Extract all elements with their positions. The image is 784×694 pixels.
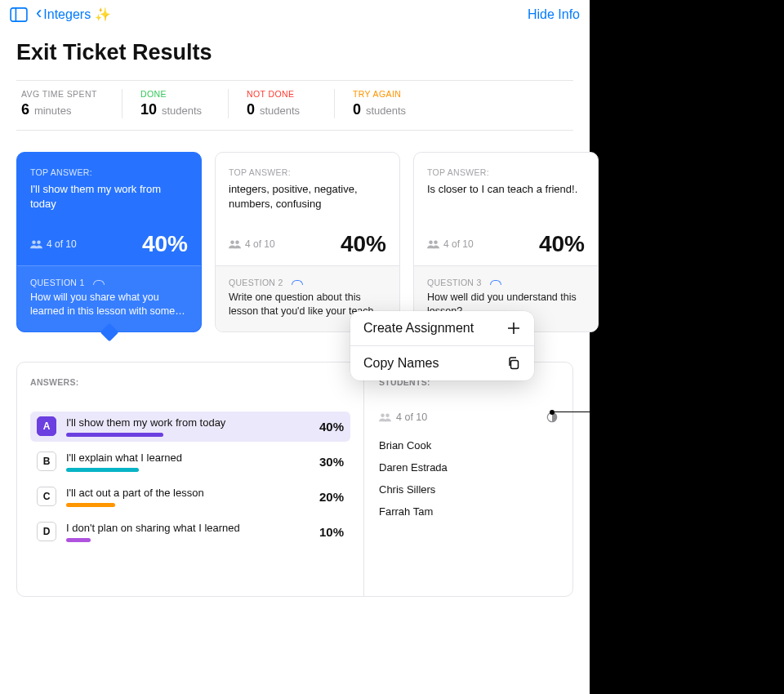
answer-text: I don't plan on sharing what I learned	[66, 522, 310, 534]
page-title: Exit Ticket Results	[0, 25, 590, 80]
stats-row: AVG TIME SPENT 6 minutes DONE 10 student…	[16, 80, 573, 131]
sidebar-toggle-icon[interactable]	[10, 7, 28, 22]
svg-point-4	[230, 241, 234, 245]
student-name[interactable]: Chris Sillers	[379, 478, 558, 500]
answer-bar	[66, 433, 163, 437]
answer-row-C[interactable]: CI'll act out a part of the lesson20%	[30, 482, 350, 512]
app-window: ‹ Integers ✨ Hide Info Exit Ticket Resul…	[0, 0, 590, 694]
stat-try-again: TRY AGAIN 0 students	[335, 89, 441, 118]
student-name[interactable]: Farrah Tam	[379, 500, 558, 523]
stat-label: DONE	[140, 89, 210, 99]
answer-text: I'll explain what I learned	[66, 452, 310, 464]
stat-value: 0	[247, 101, 255, 118]
stat-done: DONE 10 students	[122, 89, 229, 118]
stat-label: NOT DONE	[247, 89, 316, 99]
question-card-3[interactable]: TOP ANSWER:Is closer to I can teach a fr…	[413, 152, 599, 332]
answer-percent: 30%	[319, 455, 344, 469]
students-panel: Create Assignment Copy Names STUDENT	[364, 363, 572, 596]
svg-rect-0	[11, 7, 27, 20]
answer-bar	[66, 468, 139, 472]
back-link[interactable]: ‹ Integers ✨	[36, 7, 111, 22]
response-percent: 40%	[539, 231, 585, 257]
top-answer-label: TOP ANSWER:	[427, 167, 585, 177]
top-answer-text: Is closer to I can teach a friend!.	[427, 182, 585, 226]
answer-bar	[66, 538, 91, 542]
response-count: 4 of 10	[229, 238, 275, 250]
response-count: 4 of 10	[30, 238, 77, 250]
top-answer-label: TOP ANSWER:	[229, 167, 386, 177]
student-name[interactable]: Brian Cook	[379, 434, 558, 456]
callout-line	[552, 412, 609, 412]
hide-info-button[interactable]: Hide Info	[528, 7, 580, 22]
menu-item-label: Create Assignment	[363, 321, 474, 336]
answer-letter: A	[37, 416, 56, 436]
response-count: 4 of 10	[427, 238, 474, 250]
stat-label: TRY AGAIN	[353, 89, 423, 99]
svg-point-11	[381, 413, 385, 417]
svg-point-7	[434, 241, 438, 245]
answer-percent: 10%	[319, 525, 344, 539]
stat-value: 10	[140, 101, 157, 118]
top-answer-text: I'll show them my work from today	[30, 182, 188, 226]
answers-panel: ANSWERS: AI'll show them my work from to…	[17, 363, 364, 596]
students-count-text: 4 of 10	[396, 412, 427, 423]
arc-icon	[93, 280, 105, 285]
answer-text: I'll show them my work from today	[66, 416, 310, 429]
svg-point-6	[429, 241, 433, 245]
question-label: QUESTION 1	[30, 278, 188, 287]
answer-row-D[interactable]: DI don't plan on sharing what I learned1…	[30, 517, 350, 547]
student-list: Brian CookDaren EstradaChris SillersFarr…	[379, 434, 558, 523]
response-percent: 40%	[142, 231, 188, 257]
stat-unit: students	[162, 105, 202, 117]
question-label: QUESTION 2	[229, 278, 386, 287]
stat-unit: students	[366, 105, 406, 117]
answer-letter: D	[37, 522, 56, 541]
answer-row-B[interactable]: BI'll explain what I learned30%	[30, 447, 350, 477]
top-bar: ‹ Integers ✨ Hide Info	[0, 0, 590, 25]
stat-value: 0	[353, 101, 361, 118]
answer-percent: 20%	[319, 490, 344, 504]
question-card-1[interactable]: TOP ANSWER:I'll show them my work from t…	[16, 152, 202, 332]
copy-icon	[506, 356, 521, 371]
answer-list: AI'll show them my work from today40%BI'…	[30, 412, 350, 547]
arc-icon	[490, 280, 501, 285]
people-icon	[379, 412, 391, 422]
svg-point-12	[385, 413, 390, 417]
answer-row-A[interactable]: AI'll show them my work from today40%	[30, 412, 350, 442]
answers-label: ANSWERS:	[30, 377, 350, 387]
arc-icon	[292, 280, 303, 285]
answer-text: I'll act out a part of the lesson	[66, 487, 310, 499]
question-card-2[interactable]: TOP ANSWER:integers, positive, negative,…	[215, 152, 400, 332]
student-name[interactable]: Daren Estrada	[379, 456, 558, 478]
svg-rect-10	[511, 360, 519, 368]
question-label: QUESTION 3	[427, 278, 585, 287]
stat-value: 6	[21, 101, 29, 118]
top-answer-text: integers, positive, negative, numbers, c…	[229, 182, 386, 226]
stat-not-done: NOT DONE 0 students	[229, 89, 335, 118]
detail-panel: ANSWERS: AI'll show them my work from to…	[16, 362, 573, 597]
menu-item-label: Copy Names	[363, 356, 439, 371]
answer-letter: C	[37, 487, 56, 506]
answer-bar	[66, 503, 115, 507]
svg-point-3	[37, 241, 41, 245]
question-text: How will you share what you learned in t…	[30, 291, 188, 318]
top-answer-label: TOP ANSWER:	[30, 167, 188, 177]
answer-percent: 40%	[319, 420, 344, 434]
stat-unit: minutes	[34, 105, 72, 117]
copy-names-item[interactable]: Copy Names	[350, 346, 534, 380]
stat-unit: students	[260, 105, 300, 117]
answer-letter: B	[37, 452, 56, 471]
students-count: 4 of 10	[379, 412, 427, 423]
context-menu: Create Assignment Copy Names	[350, 311, 534, 380]
svg-point-2	[32, 241, 36, 245]
stat-label: AVG TIME SPENT	[21, 89, 104, 99]
response-percent: 40%	[341, 231, 386, 257]
svg-point-5	[235, 241, 239, 245]
stat-avg-time: AVG TIME SPENT 6 minutes	[16, 89, 122, 118]
plus-icon	[506, 321, 521, 336]
back-link-label: Integers ✨	[43, 7, 110, 22]
question-cards: TOP ANSWER:I'll show them my work from t…	[0, 131, 590, 332]
students-header: 4 of 10	[379, 412, 558, 423]
chevron-left-icon: ‹	[36, 4, 42, 22]
create-assignment-item[interactable]: Create Assignment	[350, 311, 534, 346]
